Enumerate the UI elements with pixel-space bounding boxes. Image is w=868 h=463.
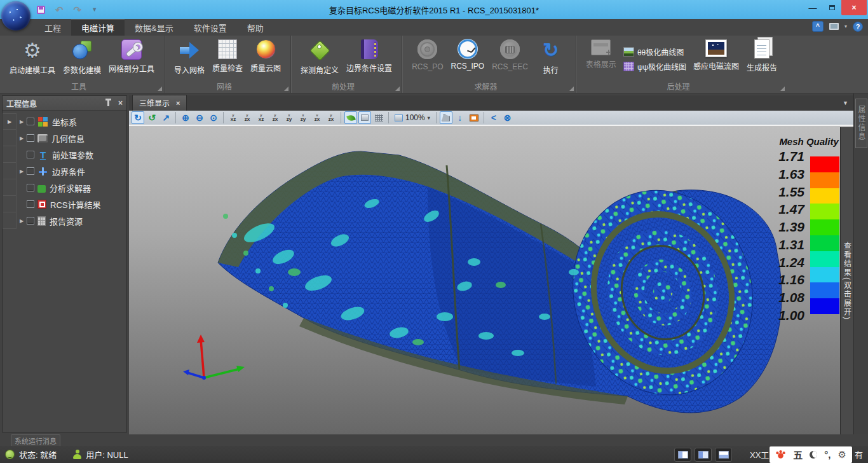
viewport-tab-3d-display[interactable]: 三维显示 ×: [132, 95, 187, 111]
menu-tab-help[interactable]: 帮助: [237, 19, 274, 36]
expand-arrow-icon[interactable]: ▶: [17, 169, 27, 174]
view-iso1-icon[interactable]: vzx: [311, 111, 323, 124]
punctuation-label[interactable]: °,: [824, 449, 831, 460]
minimize-button[interactable]: —: [803, 0, 822, 15]
tree-item-preprocess-params[interactable]: 前处理参数: [3, 146, 126, 163]
induced-current-map-button[interactable]: 感应电磁流图: [690, 38, 742, 80]
ribbon-group-expand-icon[interactable]: [158, 86, 162, 91]
pin-icon[interactable]: [107, 100, 109, 106]
zoom-in-icon[interactable]: ⊕: [179, 111, 192, 124]
parametric-modeling-button[interactable]: 参数化建模: [60, 38, 104, 80]
panel-close-icon[interactable]: ×: [118, 99, 123, 107]
rcs-ipo-button[interactable]: RCS_IPO: [447, 38, 487, 80]
moon-icon[interactable]: [810, 451, 817, 459]
flat-shading-icon[interactable]: [358, 111, 371, 124]
menu-tab-software-settings[interactable]: 软件设置: [184, 19, 237, 36]
redo-icon[interactable]: ↷: [74, 5, 82, 15]
tree-item-analysis-solver[interactable]: 分析求解器: [3, 179, 126, 196]
slides-icon[interactable]: [468, 111, 480, 124]
view-right-icon[interactable]: yzx: [269, 111, 281, 124]
layout-left-icon[interactable]: [674, 448, 691, 462]
viewport-tab-close-icon[interactable]: ×: [176, 99, 180, 107]
start-modeling-tool-button[interactable]: 启动建模工具: [6, 38, 58, 80]
tree-item-rcs-results[interactable]: RCS计算结果: [3, 196, 126, 212]
gear-icon[interactable]: ⚙: [838, 449, 846, 460]
quality-cloud-button[interactable]: 质量云图: [247, 38, 284, 80]
window-style-dropdown-icon[interactable]: ▾: [844, 24, 847, 29]
sogou-paw-icon[interactable]: [775, 449, 786, 460]
theta-polarization-curve-button[interactable]: θθ极化曲线图: [623, 46, 686, 57]
tree-checkbox[interactable]: [27, 217, 34, 225]
tree-checkbox[interactable]: [27, 167, 34, 175]
legend-value-label: 1.24: [778, 255, 804, 270]
wireframe-dots-icon[interactable]: [372, 111, 385, 124]
tree-checkbox[interactable]: [27, 200, 34, 208]
quality-check-button[interactable]: 质量检查: [209, 38, 246, 80]
ribbon-group-expand-icon[interactable]: [569, 86, 574, 91]
tree-item-geometry-info[interactable]: ▶几何信息: [3, 130, 126, 146]
layout-bottom-icon[interactable]: [715, 448, 732, 462]
screenshot-down-icon[interactable]: ↓: [454, 111, 466, 124]
layout-left-selected-icon[interactable]: [695, 448, 712, 462]
save-icon[interactable]: [37, 6, 45, 14]
clip-plane-icon[interactable]: [440, 111, 452, 124]
tree-checkbox[interactable]: [27, 134, 34, 142]
expand-arrow-icon[interactable]: ▶: [17, 135, 27, 141]
orbit-icon[interactable]: ↺: [146, 111, 158, 124]
tree-item-coordinate-system[interactable]: ▶▶坐标系: [3, 113, 126, 130]
share-icon[interactable]: <: [487, 111, 500, 124]
view-left-icon[interactable]: yxz: [255, 111, 268, 124]
expand-arrow-icon[interactable]: ▶: [17, 218, 27, 224]
expand-arrow-icon[interactable]: ▶: [17, 119, 27, 125]
tree-checkbox[interactable]: [27, 151, 34, 158]
tree-checkbox[interactable]: [27, 184, 34, 191]
close-button[interactable]: ×: [841, 0, 867, 15]
restore-button[interactable]: [822, 0, 841, 15]
generate-report-button[interactable]: 生成报告: [743, 38, 780, 80]
wubi-label[interactable]: 五: [793, 448, 803, 461]
view-bottom-icon[interactable]: xzy: [297, 111, 309, 124]
viewport-tab-list-icon[interactable]: ▼: [843, 100, 848, 106]
view-back-icon[interactable]: yzx: [241, 111, 254, 124]
window-style-icon[interactable]: [829, 23, 839, 30]
execute-button[interactable]: 执行: [532, 38, 569, 80]
system-messages-tab[interactable]: 系统运行消息: [11, 434, 60, 446]
ribbon-group-expand-icon[interactable]: [780, 86, 785, 91]
title-bar[interactable]: ↶ ↷ ▼ 复杂目标RCS电磁分析软件2015 R1 - RCS_2015031…: [0, 0, 868, 19]
view-top-icon[interactable]: xzy: [283, 111, 295, 124]
zoom-level-display[interactable]: 100%▾: [392, 111, 433, 124]
collapse-ribbon-icon[interactable]: ^: [812, 21, 824, 32]
tree-item-report-resources[interactable]: ▶报告资源: [3, 212, 126, 229]
3d-canvas[interactable]: Mesh Quality 1.711.631.551.471.391.311.2…: [129, 126, 853, 434]
zoom-out-icon[interactable]: ⊖: [193, 111, 206, 124]
mesh-model[interactable]: [129, 126, 840, 434]
menu-tab-project[interactable]: 工程: [34, 19, 71, 36]
rotate-icon[interactable]: ↻: [132, 111, 144, 124]
view-iso2-icon[interactable]: yzx: [325, 111, 337, 124]
undo-icon[interactable]: ↶: [55, 5, 64, 15]
property-info-tab[interactable]: 属性信息: [855, 99, 867, 148]
menu-tab-em-compute[interactable]: 电磁计算: [71, 19, 125, 36]
import-mesh-button[interactable]: 导入网格: [171, 38, 208, 80]
meshing-tool-button[interactable]: 网格剖分工具: [105, 38, 158, 80]
ime-toolbar[interactable]: 五 °, ⚙: [770, 446, 852, 463]
probe-angle-define-button[interactable]: 探测角定义: [297, 38, 342, 80]
close-view-icon[interactable]: ⊗: [501, 111, 514, 124]
ribbon-group-expand-icon[interactable]: [395, 86, 400, 91]
zoom-level-dropdown-icon[interactable]: ▾: [428, 115, 430, 121]
help-icon[interactable]: ?: [853, 22, 863, 32]
smooth-shading-icon[interactable]: [344, 111, 357, 124]
boundary-condition-setting-button[interactable]: 边界条件设置: [343, 38, 395, 80]
qat-dropdown-icon[interactable]: ▼: [92, 6, 97, 13]
tree-item-boundary-conditions[interactable]: ▶边界条件: [3, 163, 126, 179]
view-front-icon[interactable]: yxz: [227, 111, 240, 124]
tree-checkbox[interactable]: [27, 118, 34, 125]
ribbon-group-expand-icon[interactable]: [284, 86, 288, 91]
zoom-fit-icon[interactable]: ⊙: [207, 111, 220, 124]
app-logo-icon[interactable]: [1, 1, 31, 31]
results-collapsed-panel[interactable]: 查看结果(双击展开): [840, 127, 853, 434]
psi-polarization-curve-button[interactable]: ψψ极化曲线图: [623, 61, 686, 72]
pan-icon[interactable]: ↗: [159, 111, 172, 124]
menu-tab-data-display[interactable]: 数据&显示: [125, 19, 184, 36]
preprocess-params-icon: [37, 149, 48, 160]
